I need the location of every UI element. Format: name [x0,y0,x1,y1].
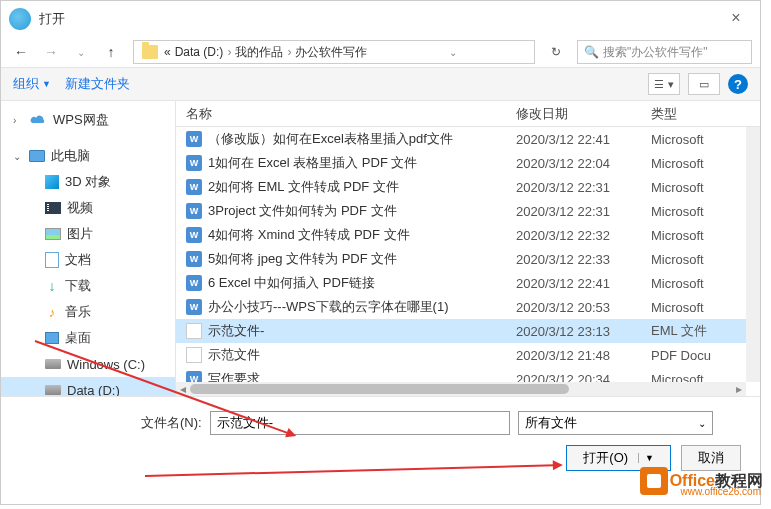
refresh-button[interactable]: ↻ [545,41,567,63]
file-type: Microsoft [651,156,760,171]
word-icon: W [186,251,202,267]
3d-icon [45,175,59,189]
sidebar: ›WPS网盘⌄此电脑3D 对象视频图片文档↓下载♪音乐桌面Windows (C:… [1,101,176,396]
sidebar-item-wps[interactable]: ›WPS网盘 [1,107,175,133]
bc-folder1[interactable]: 我的作品 [233,44,285,61]
sidebar-item-[interactable]: ↓下载 [1,273,175,299]
nav-up[interactable]: ↑ [99,40,123,64]
sidebar-item-[interactable]: ⌄此电脑 [1,143,175,169]
scroll-thumb[interactable] [190,384,569,394]
file-type: Microsoft [651,180,760,195]
view-options-button[interactable]: ☰ ▾ [648,73,680,95]
file-name: 2如何将 EML 文件转成 PDF 文件 [208,178,399,196]
file-date: 2020/3/12 23:13 [516,324,651,339]
file-name: 3Project 文件如何转为 PDF 文件 [208,202,397,220]
word-icon: W [186,275,202,291]
file-type: Microsoft [651,252,760,267]
eml-icon [186,323,202,339]
file-row[interactable]: W5如何将 jpeg 文件转为 PDF 文件2020/3/12 22:33Mic… [176,247,760,271]
download-icon: ↓ [45,279,59,293]
toolbar-right: ☰ ▾ ▭ ? [648,73,748,95]
file-list: 名称 修改日期 类型 W（修改版）如何在Excel表格里插入pdf文件2020/… [176,101,760,396]
file-row[interactable]: W3Project 文件如何转为 PDF 文件2020/3/12 22:31Mi… [176,199,760,223]
bc-chevron[interactable]: ⌄ [449,47,457,58]
sidebar-item-[interactable]: ♪音乐 [1,299,175,325]
file-name: 示范文件 [208,346,260,364]
file-type: Microsoft [651,228,760,243]
organize-button[interactable]: 组织 ▼ [13,75,51,93]
drive-icon [45,385,61,395]
file-name: 4如何将 Xmind 文件转成 PDF 文件 [208,226,410,244]
expand-chevron[interactable]: ⌄ [13,151,23,162]
search-input[interactable]: 🔍 搜索"办公软件写作" [577,40,752,64]
horizontal-scrollbar[interactable]: ◂ ▸ [176,382,746,396]
cloud-icon [29,113,47,127]
sidebar-item-[interactable]: 桌面 [1,325,175,351]
word-icon: W [186,155,202,171]
nav-forward[interactable]: → [39,40,63,64]
navbar: ← → ⌄ ↑ « Data (D:) › 我的作品 › 办公软件写作 ⌄ ↻ … [1,37,760,67]
toolbar: 组织 ▼ 新建文件夹 ☰ ▾ ▭ ? [1,67,760,101]
filename-input[interactable] [210,411,510,435]
help-icon[interactable]: ? [728,74,748,94]
newfolder-button[interactable]: 新建文件夹 [65,75,130,93]
word-icon: W [186,299,202,315]
filename-row: 文件名(N): 所有文件⌄ [141,411,742,435]
sidebar-item-datad[interactable]: Data (D:) [1,377,175,396]
file-type: Microsoft [651,276,760,291]
breadcrumb[interactable]: « Data (D:) › 我的作品 › 办公软件写作 ⌄ [133,40,535,64]
file-name: 办公小技巧---WPS下载的云字体在哪里(1) [208,298,449,316]
pc-icon [29,150,45,162]
file-row[interactable]: W办公小技巧---WPS下载的云字体在哪里(1)2020/3/12 20:53M… [176,295,760,319]
expand-chevron[interactable]: › [13,115,23,126]
file-date: 2020/3/12 22:31 [516,204,651,219]
sidebar-item-label: 图片 [67,225,93,243]
sidebar-item-windowsc[interactable]: Windows (C:) [1,351,175,377]
sidebar-item-label: 文档 [65,251,91,269]
titlebar: 打开 × [1,1,760,37]
file-date: 2020/3/12 20:53 [516,300,651,315]
music-icon: ♪ [45,305,59,319]
sidebar-item-[interactable]: 图片 [1,221,175,247]
vertical-scrollbar[interactable] [746,127,760,382]
file-row[interactable]: 示范文件-2020/3/12 23:13EML 文件 [176,319,760,343]
sidebar-item-label: Data (D:) [67,383,120,397]
bc-sep: › [287,45,291,59]
word-icon: W [186,179,202,195]
file-row[interactable]: W（修改版）如何在Excel表格里插入pdf文件2020/3/12 22:41M… [176,127,760,151]
preview-pane-button[interactable]: ▭ [688,73,720,95]
file-name: 1如何在 Excel 表格里插入 PDF 文件 [208,154,417,172]
sidebar-item-[interactable]: 视频 [1,195,175,221]
nav-history-chevron[interactable]: ⌄ [69,40,93,64]
col-date[interactable]: 修改日期 [516,105,651,123]
nav-back[interactable]: ← [9,40,33,64]
word-icon: W [186,203,202,219]
file-date: 2020/3/12 22:41 [516,132,651,147]
file-row[interactable]: W4如何将 Xmind 文件转成 PDF 文件2020/3/12 22:32Mi… [176,223,760,247]
search-icon: 🔍 [584,45,599,59]
file-type: Microsoft [651,300,760,315]
picture-icon [45,228,61,240]
file-row[interactable]: W2如何将 EML 文件转成 PDF 文件2020/3/12 22:31Micr… [176,175,760,199]
file-name: 示范文件- [208,322,264,340]
bc-folder2[interactable]: 办公软件写作 [293,44,369,61]
bc-drive[interactable]: Data (D:) [173,45,226,59]
filetype-filter[interactable]: 所有文件⌄ [518,411,713,435]
col-name[interactable]: 名称 [176,105,516,123]
bc-sep: › [227,45,231,59]
sidebar-item-[interactable]: 文档 [1,247,175,273]
file-name: 5如何将 jpeg 文件转为 PDF 文件 [208,250,397,268]
file-row[interactable]: 示范文件2020/3/12 21:48PDF Docu [176,343,760,367]
file-type: Microsoft [651,204,760,219]
bc-root[interactable]: « [162,45,173,59]
file-rows: W（修改版）如何在Excel表格里插入pdf文件2020/3/12 22:41M… [176,127,760,392]
close-button[interactable]: × [724,9,748,27]
file-row[interactable]: W1如何在 Excel 表格里插入 PDF 文件2020/3/12 22:04M… [176,151,760,175]
sidebar-item-label: 下载 [65,277,91,295]
file-row[interactable]: W6 Excel 中如何插入 PDF链接2020/3/12 22:41Micro… [176,271,760,295]
col-type[interactable]: 类型 [651,105,760,123]
sidebar-item-3d[interactable]: 3D 对象 [1,169,175,195]
file-date: 2020/3/12 22:32 [516,228,651,243]
file-type: EML 文件 [651,322,760,340]
file-date: 2020/3/12 21:48 [516,348,651,363]
